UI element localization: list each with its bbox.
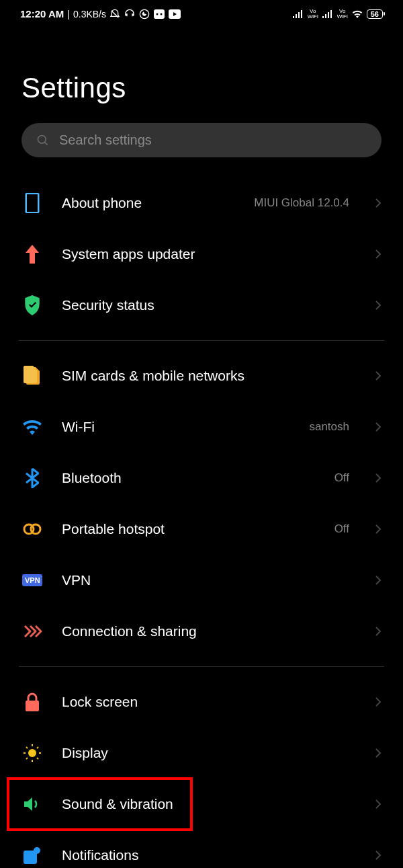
status-time: 12:20 AM bbox=[20, 8, 64, 19]
headphone-icon bbox=[124, 9, 135, 19]
item-label: About phone bbox=[62, 195, 235, 211]
svg-point-31 bbox=[34, 847, 40, 854]
chevron-right-icon bbox=[375, 626, 382, 637]
item-value: MIUI Global 12.0.4 bbox=[254, 196, 349, 210]
shield-icon bbox=[21, 294, 43, 316]
item-label: Wi-Fi bbox=[62, 419, 290, 435]
svg-line-29 bbox=[37, 747, 38, 748]
sim-icon bbox=[21, 365, 43, 387]
whatsapp-icon bbox=[139, 9, 150, 19]
svg-point-3 bbox=[156, 13, 158, 15]
vpn-icon: VPN bbox=[21, 569, 43, 591]
svg-rect-8 bbox=[298, 12, 300, 18]
signal-icon-2 bbox=[322, 10, 333, 18]
chevron-right-icon bbox=[375, 473, 382, 483]
item-wifi[interactable]: Wi-Fi santosh bbox=[19, 401, 384, 452]
status-left: 12:20 AM | 0.3KB/s bbox=[20, 8, 181, 19]
bluetooth-icon bbox=[21, 467, 43, 489]
settings-list: About phone MIUI Global 12.0.4 System ap… bbox=[0, 171, 403, 868]
svg-rect-20 bbox=[26, 701, 39, 711]
signal-icon-1 bbox=[293, 10, 304, 18]
svg-line-28 bbox=[26, 758, 28, 759]
dnd-icon bbox=[109, 9, 120, 19]
divider bbox=[19, 340, 384, 341]
item-sim-cards[interactable]: SIM cards & mobile networks bbox=[19, 350, 384, 401]
item-label: VPN bbox=[62, 572, 356, 588]
chevron-right-icon bbox=[375, 748, 382, 758]
hotspot-icon bbox=[21, 518, 43, 540]
item-bluetooth[interactable]: Bluetooth Off bbox=[19, 452, 384, 504]
chevron-right-icon bbox=[375, 524, 382, 535]
item-label: Connection & sharing bbox=[62, 623, 356, 639]
chevron-right-icon bbox=[375, 422, 382, 432]
wifi-status-icon bbox=[352, 10, 363, 18]
item-label: Sound & vibration bbox=[62, 796, 356, 812]
network-speed: 0.3KB/s bbox=[73, 9, 106, 19]
svg-rect-13 bbox=[330, 10, 332, 18]
notifications-icon bbox=[21, 844, 43, 866]
page-title: Settings bbox=[0, 25, 403, 118]
search-icon bbox=[36, 134, 50, 147]
lock-icon bbox=[21, 691, 43, 713]
item-about-phone[interactable]: About phone MIUI Global 12.0.4 bbox=[19, 177, 384, 229]
item-lock-screen[interactable]: Lock screen bbox=[19, 676, 384, 727]
item-value: Off bbox=[334, 522, 349, 536]
search-bar[interactable]: Search settings bbox=[21, 123, 382, 157]
svg-line-15 bbox=[45, 142, 48, 145]
chevron-right-icon bbox=[375, 198, 382, 208]
item-label: SIM cards & mobile networks bbox=[62, 368, 356, 384]
status-icons-left bbox=[109, 9, 181, 19]
status-right: VoWiFi VoWiFi 56 bbox=[293, 9, 383, 19]
battery-indicator: 56 bbox=[367, 9, 383, 19]
chevron-right-icon bbox=[375, 697, 382, 707]
svg-point-14 bbox=[38, 135, 46, 143]
app-icon bbox=[154, 9, 165, 19]
speaker-icon bbox=[21, 793, 43, 815]
sun-icon bbox=[21, 742, 43, 764]
item-label: Portable hotspot bbox=[62, 521, 316, 537]
svg-rect-9 bbox=[301, 10, 302, 18]
divider bbox=[19, 666, 384, 667]
item-system-updater[interactable]: System apps updater bbox=[19, 229, 384, 280]
item-vpn[interactable]: VPN VPN bbox=[19, 555, 384, 606]
svg-point-21 bbox=[28, 749, 36, 757]
chevron-right-icon bbox=[375, 850, 382, 861]
svg-rect-6 bbox=[293, 16, 294, 18]
item-value: santosh bbox=[309, 420, 349, 434]
item-label: Notifications bbox=[62, 847, 356, 863]
vowifi-1: VoWiFi bbox=[308, 9, 318, 19]
chevron-right-icon bbox=[375, 300, 382, 311]
phone-icon bbox=[21, 192, 43, 214]
chevron-right-icon bbox=[375, 575, 382, 586]
connection-icon bbox=[21, 621, 43, 642]
item-label: Bluetooth bbox=[62, 470, 316, 486]
svg-rect-2 bbox=[154, 9, 165, 19]
svg-rect-17 bbox=[27, 194, 38, 212]
item-connection-sharing[interactable]: Connection & sharing bbox=[19, 606, 384, 657]
item-value: Off bbox=[334, 471, 349, 485]
chevron-right-icon bbox=[375, 370, 382, 381]
item-sound-vibration[interactable]: Sound & vibration bbox=[19, 779, 384, 830]
status-divider: | bbox=[67, 9, 70, 19]
chevron-right-icon bbox=[375, 249, 382, 260]
item-label: System apps updater bbox=[62, 246, 356, 262]
search-placeholder: Search settings bbox=[59, 132, 152, 148]
item-notifications[interactable]: Notifications bbox=[19, 830, 384, 868]
svg-point-19 bbox=[31, 524, 40, 534]
svg-rect-11 bbox=[325, 14, 326, 18]
svg-line-26 bbox=[26, 747, 28, 748]
wifi-icon bbox=[21, 416, 43, 438]
svg-point-4 bbox=[160, 13, 162, 15]
item-display[interactable]: Display bbox=[19, 727, 384, 779]
item-label: Display bbox=[62, 745, 356, 761]
svg-line-27 bbox=[37, 758, 38, 759]
status-bar: 12:20 AM | 0.3KB/s VoWiFi VoWiFi 56 bbox=[0, 0, 403, 25]
youtube-icon bbox=[169, 9, 181, 19]
item-hotspot[interactable]: Portable hotspot Off bbox=[19, 504, 384, 555]
arrow-up-icon bbox=[21, 243, 43, 265]
svg-rect-12 bbox=[328, 12, 329, 18]
svg-rect-7 bbox=[296, 14, 297, 18]
item-label: Lock screen bbox=[62, 694, 356, 710]
item-security-status[interactable]: Security status bbox=[19, 280, 384, 331]
chevron-right-icon bbox=[375, 799, 382, 810]
